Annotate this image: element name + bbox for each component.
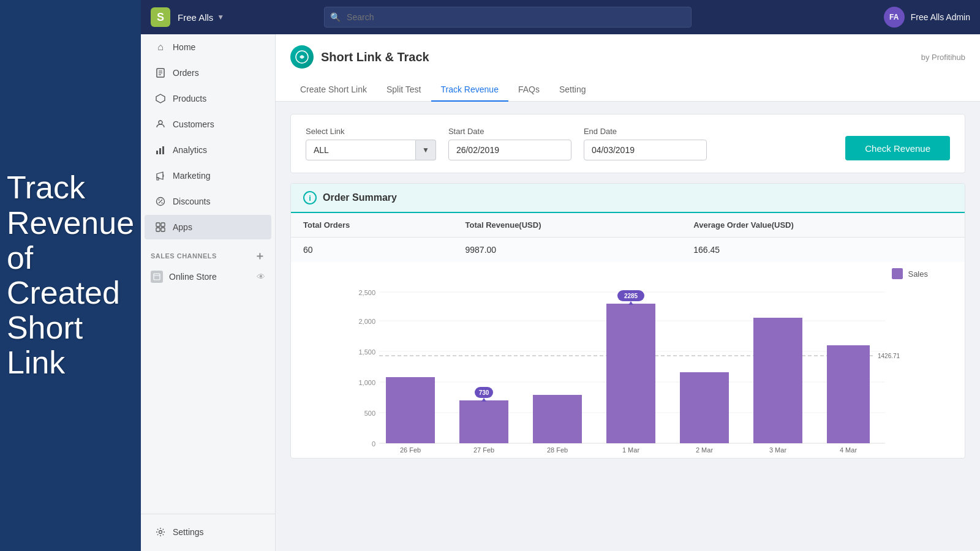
sidebar-item-apps[interactable]: Apps: [145, 215, 271, 239]
app-title-left: Short Link & Track: [290, 45, 429, 69]
search-icon: 🔍: [330, 12, 341, 22]
customers-icon: [154, 118, 167, 130]
tab-setting[interactable]: Setting: [549, 78, 596, 102]
bar-28feb: [533, 395, 582, 443]
svg-text:28 Feb: 28 Feb: [547, 446, 568, 454]
tab-create-short-link[interactable]: Create Short Link: [290, 78, 377, 102]
svg-rect-15: [161, 223, 165, 227]
select-link-input[interactable]: ALL: [306, 140, 416, 160]
store-chevron-icon: ▼: [217, 13, 224, 21]
admin-name: Free Alls Admin: [911, 12, 970, 22]
sidebar-label-home: Home: [173, 42, 195, 52]
svg-text:2285: 2285: [624, 293, 638, 299]
select-link-label: Select Link: [306, 127, 436, 136]
start-date-group: Start Date: [448, 127, 571, 160]
app-tabs: Create Short Link Split Test Track Reven…: [290, 78, 965, 101]
sidebar-item-customers[interactable]: Customers: [145, 112, 271, 137]
online-store-eye-icon[interactable]: 👁: [257, 272, 265, 282]
sidebar-item-orders[interactable]: Orders: [145, 61, 271, 85]
end-date-input[interactable]: [584, 140, 707, 160]
svg-rect-7: [159, 148, 161, 154]
svg-marker-40: [481, 398, 486, 402]
topbar: S Free Alls ▼ 🔍 FA Free Alls Admin: [141, 0, 980, 34]
topbar-right: FA Free Alls Admin: [884, 7, 970, 28]
store-selector[interactable]: Free Alls ▼: [178, 12, 224, 23]
products-icon: [154, 92, 167, 105]
bar-4mar: [827, 345, 870, 443]
sidebar-item-analytics[interactable]: Analytics: [145, 138, 271, 162]
svg-text:3 Mar: 3 Mar: [769, 446, 786, 454]
sidebar-label-products: Products: [173, 94, 206, 103]
svg-point-13: [162, 203, 163, 204]
order-summary-header: i Order Summary: [291, 184, 965, 213]
svg-text:26 Feb: 26 Feb: [400, 446, 421, 454]
tab-faqs[interactable]: FAQs: [508, 78, 549, 102]
body-area: ⌂ Home Orders Products Customers: [141, 34, 980, 551]
search-input[interactable]: [324, 7, 692, 28]
sidebar-label-apps: Apps: [173, 222, 192, 232]
left-decorative-text: Track Revenue of Created Short Link: [0, 0, 141, 551]
filter-row: Select Link ALL ▼ Start Date End: [290, 114, 965, 173]
svg-text:4 Mar: 4 Mar: [840, 446, 857, 454]
info-icon: i: [303, 191, 317, 204]
bar-26feb: [386, 377, 435, 443]
svg-marker-4: [156, 94, 165, 103]
start-date-label: Start Date: [448, 127, 571, 136]
svg-text:1,000: 1,000: [358, 379, 375, 386]
svg-text:1 Mar: 1 Mar: [622, 446, 639, 454]
sidebar-item-online-store[interactable]: Online Store 👁: [141, 266, 275, 288]
svg-rect-16: [156, 228, 160, 231]
sidebar-item-settings[interactable]: Settings: [145, 520, 271, 544]
tab-split-test[interactable]: Split Test: [377, 78, 431, 102]
app-title-row: Short Link & Track by Profitihub: [290, 45, 965, 69]
svg-rect-8: [162, 146, 164, 154]
sidebar-label-marketing: Marketing: [173, 171, 210, 181]
svg-point-12: [159, 200, 160, 201]
sidebar-label-discounts: Discounts: [173, 197, 210, 206]
legend-label-sales: Sales: [908, 269, 928, 279]
bar-27feb: [459, 400, 508, 443]
svg-text:2 Mar: 2 Mar: [696, 446, 713, 454]
sidebar-bottom: Settings: [141, 514, 275, 545]
avatar: FA: [884, 7, 905, 28]
select-link-arrow-icon[interactable]: ▼: [416, 140, 436, 160]
sidebar-item-marketing[interactable]: Marketing: [145, 163, 271, 188]
end-date-label: End Date: [584, 127, 707, 136]
col-avg-order-value: Average Order Value(USD): [681, 213, 965, 238]
svg-marker-45: [628, 301, 633, 305]
content-panel: Select Link ALL ▼ Start Date End: [276, 102, 980, 471]
sales-channels-add-icon[interactable]: ＋: [254, 249, 266, 263]
app-title: Short Link & Track: [321, 50, 429, 64]
home-icon: ⌂: [154, 41, 167, 53]
check-revenue-button[interactable]: Check Revenue: [845, 136, 950, 160]
settings-label: Settings: [173, 527, 204, 537]
sidebar-label-customers: Customers: [173, 119, 214, 129]
bar-1mar: [606, 304, 655, 443]
start-date-input[interactable]: [448, 140, 571, 160]
app-header: Short Link & Track by Profitihub Create …: [276, 34, 980, 102]
bar-2mar: [680, 372, 729, 443]
order-summary: i Order Summary Total Orders Total Reven…: [290, 183, 965, 459]
val-total-revenue: 9987.00: [453, 238, 681, 263]
val-total-orders: 60: [291, 238, 453, 263]
marketing-icon: [154, 170, 167, 182]
svg-rect-6: [156, 151, 158, 154]
tab-track-revenue[interactable]: Track Revenue: [431, 78, 508, 102]
svg-text:27 Feb: 27 Feb: [473, 446, 494, 454]
legend-color-sales: [892, 268, 903, 279]
search-container: 🔍: [324, 7, 692, 28]
sidebar-item-products[interactable]: Products: [145, 86, 271, 111]
sidebar-item-home[interactable]: ⌂ Home: [145, 35, 271, 59]
analytics-icon: [154, 144, 167, 156]
bar-3mar: [753, 318, 802, 443]
col-total-revenue: Total Revenue(USD): [453, 213, 681, 238]
select-link-group: Select Link ALL ▼: [306, 127, 436, 160]
app-by: by Profitihub: [921, 53, 965, 62]
sidebar: ⌂ Home Orders Products Customers: [141, 34, 276, 551]
sidebar-item-discounts[interactable]: Discounts: [145, 189, 271, 214]
discounts-icon: [154, 195, 167, 208]
select-link-wrap: ALL ▼: [306, 140, 436, 160]
svg-text:0: 0: [372, 440, 375, 448]
apps-icon: [154, 221, 167, 233]
sidebar-label-orders: Orders: [173, 68, 199, 78]
